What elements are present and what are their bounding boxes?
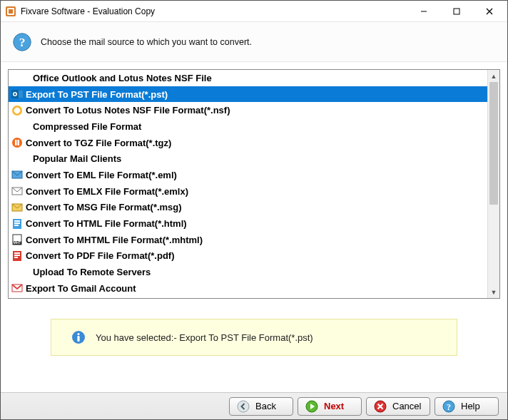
emlx-icon [11,185,23,197]
cancel-label: Cancel [392,401,421,411]
svg-text:?: ? [447,401,451,411]
scrollbar[interactable]: ▲ ▼ [487,70,499,298]
svg-text:?: ? [19,35,26,49]
content-area: Office Outlook and Lotus Notes NSF FileE… [1,62,507,392]
window-controls [407,1,506,21]
scroll-up-button[interactable]: ▲ [488,70,499,82]
list-item-label: Convert To EML File Format(*.eml) [26,170,177,180]
instruction-bar: ? Choose the mail source to which you wa… [1,22,507,62]
list-item[interactable]: Export To Gmail Account [9,280,487,297]
next-button[interactable]: Next [298,397,362,416]
list-item-label: Popular Mail Clients [26,153,121,164]
scroll-thumb[interactable] [489,82,498,205]
list-group-header: Popular Mail Clients [9,150,487,167]
footer-bar: Back Next Cancel ? Help [1,392,507,419]
next-label: Next [324,401,344,411]
list-item-label: Convert To EMLX File Format(*.emlx) [26,186,188,197]
svg-rect-22 [14,222,20,224]
svg-rect-28 [14,252,20,254]
msg-icon [11,202,23,213]
tgz-icon [11,137,23,148]
list-item[interactable]: Convert To Lotus Notes NSF File Format(*… [9,102,487,118]
svg-rect-2 [9,9,13,14]
app-window: Fixvare Software - Evaluation Copy ? Cho… [0,0,508,420]
svg-point-33 [77,333,79,335]
list-item[interactable]: Convert To PDF File Format(*.pdf) [9,248,487,265]
list-item-label: Office Outlook and Lotus Notes NSF File [26,73,212,83]
cancel-icon [374,400,387,413]
format-rows: Office Outlook and Lotus Notes NSF FileE… [9,70,487,298]
titlebar: Fixvare Software - Evaluation Copy [1,1,507,22]
list-group-header: Office Outlook and Lotus Notes NSF File [9,70,487,86]
selection-info: You have selected:- Export To PST File F… [51,319,457,356]
app-icon [5,6,16,17]
list-item-label: Convert To MHTML File Format(*.mhtml) [26,235,203,245]
list-item[interactable]: Export To PST File Format(*.pst) [9,86,487,103]
help-label: Help [461,401,480,411]
info-icon [71,330,86,344]
list-group-header: Compressed File Format [9,118,487,135]
svg-rect-29 [14,255,20,256]
list-item[interactable]: Convert To EML File Format(*.eml) [9,167,487,183]
format-listbox[interactable]: Office Outlook and Lotus Notes NSF FileE… [8,69,500,299]
cancel-button[interactable]: Cancel [366,397,430,416]
list-item[interactable]: Convert To HTML File Format(*.html) [9,215,487,232]
svg-rect-21 [14,220,20,222]
list-item-label: Convert to TGZ File Format(*.tgz) [26,138,171,148]
gmail-icon [11,282,23,294]
list-item-label: Convert To HTML File Format(*.html) [26,218,187,229]
back-arrow-icon [237,400,250,413]
list-item[interactable]: Convert To EMLX File Format(*.emlx) [9,183,487,200]
list-item-label: Convert To MSG File Format(*.msg) [26,202,182,212]
minimize-button[interactable] [407,1,440,21]
scroll-down-button[interactable]: ▼ [488,286,499,298]
svg-rect-23 [14,225,19,226]
list-item[interactable]: MHTConvert To MHTML File Format(*.mhtml) [9,232,487,248]
list-group-header: Upload To Remote Servers [9,264,487,280]
list-item[interactable]: Convert to TGZ File Format(*.tgz) [9,135,487,151]
lotus-icon [11,105,23,116]
back-label: Back [255,401,276,411]
next-play-icon [305,400,318,413]
list-item-label: Upload To Remote Servers [26,267,151,277]
list-item-label: Export To PST File Format(*.pst) [26,89,168,100]
list-item-label: Convert To PDF File Format(*.pdf) [26,250,174,261]
list-item[interactable]: Convert To MSG File Format(*.msg) [9,200,487,216]
window-title: Fixvare Software - Evaluation Copy [21,6,407,16]
close-button[interactable] [473,1,506,21]
html-icon [11,218,23,230]
help-button[interactable]: ? Help [435,397,499,416]
svg-rect-34 [77,336,79,342]
eml-icon [11,169,23,180]
back-button[interactable]: Back [229,397,293,416]
selection-text: You have selected:- Export To PST File F… [96,332,313,343]
pdf-icon [11,250,23,262]
list-item-label: Convert To Lotus Notes NSF File Format(*… [26,105,230,116]
list-item-label: Export To Gmail Account [26,283,136,294]
help-button-icon: ? [442,400,455,413]
maximize-button[interactable] [440,1,473,21]
outlook-icon [11,88,23,100]
svg-rect-30 [14,257,18,258]
svg-text:MHT: MHT [14,240,21,245]
instruction-text: Choose the mail source to which you want… [41,37,252,47]
svg-point-35 [238,401,249,412]
scroll-track[interactable] [488,82,499,286]
svg-rect-4 [454,9,459,14]
help-icon: ? [12,32,32,52]
svg-point-12 [14,93,16,96]
mhtml-icon: MHT [11,234,23,245]
list-item-label: Compressed File Format [26,121,141,132]
svg-rect-10 [19,91,23,98]
